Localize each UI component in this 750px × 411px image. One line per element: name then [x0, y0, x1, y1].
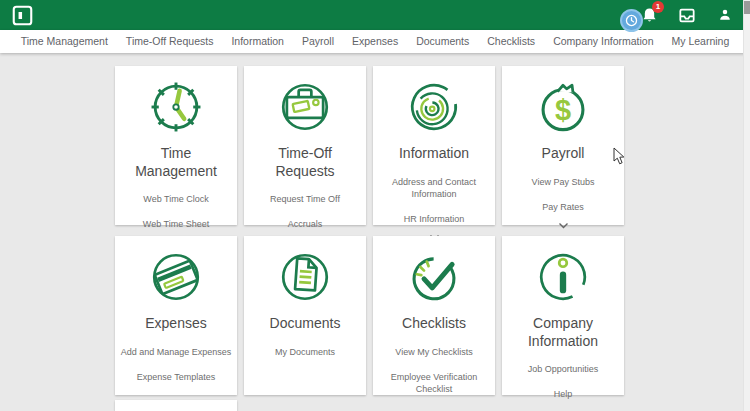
card-link-address-and-contact-information[interactable]: Address and Contact Information [377, 176, 491, 200]
document-icon [276, 248, 334, 306]
card-title: Payroll [542, 145, 585, 163]
inbox-icon[interactable] [678, 6, 696, 24]
card-link-help[interactable]: Help [554, 388, 573, 400]
nav-tab-information[interactable]: Information [222, 30, 293, 53]
clock-dial-icon [147, 78, 205, 136]
card-payroll[interactable]: $PayrollView Pay StubsPay Rates [502, 66, 624, 225]
card-documents[interactable]: DocumentsMy Documents [244, 236, 366, 395]
expand-chevron-icon[interactable] [558, 213, 569, 235]
card-title: Information [399, 145, 469, 163]
paylocity-logo[interactable] [12, 5, 33, 26]
svg-text:$: $ [555, 94, 571, 126]
card-link-job-opportunities[interactable]: Job Opportunities [528, 363, 599, 375]
card-link-pay-rates[interactable]: Pay Rates [542, 201, 584, 213]
card-link-view-my-checklists[interactable]: View My Checklists [395, 346, 472, 358]
clock-icon [625, 14, 638, 27]
nav-tab-time-off-requests[interactable]: Time-Off Requests [117, 30, 223, 53]
card-link-my-documents[interactable]: My Documents [275, 346, 335, 358]
card-link-web-time-sheet[interactable]: Web Time Sheet [143, 218, 209, 230]
money-bag-icon: $ [534, 78, 592, 136]
card-time-off-requests[interactable]: Time-Off RequestsRequest Time OffAccrual… [244, 66, 366, 225]
card-link-view-pay-stubs[interactable]: View Pay Stubs [532, 176, 595, 188]
card-time-management[interactable]: Time ManagementWeb Time ClockWeb Time Sh… [115, 66, 237, 225]
scrollbar-thumb[interactable] [744, 1, 750, 14]
card-link-hr-information[interactable]: HR Information [404, 213, 465, 225]
cards-grid: Time ManagementWeb Time ClockWeb Time Sh… [115, 66, 624, 395]
card-link-expense-templates[interactable]: Expense Templates [137, 371, 215, 383]
card-information[interactable]: InformationAddress and Contact Informati… [373, 66, 495, 225]
card-title: Expenses [145, 315, 206, 333]
person-icon[interactable] [716, 6, 734, 24]
main-nav: Time ManagementTime-Off RequestsInformat… [0, 30, 750, 53]
nav-tab-company-information[interactable]: Company Information [544, 30, 662, 53]
card-title: Checklists [402, 315, 466, 333]
info-letter-icon [534, 248, 592, 306]
card-link-employee-verification-checklist[interactable]: Employee Verification Checklist [377, 371, 491, 395]
card-company-information[interactable]: Company InformationJob OpportunitiesHelp [502, 236, 624, 395]
nav-tab-time-management[interactable]: Time Management [12, 30, 117, 53]
briefcase-icon [276, 78, 334, 136]
check-circle-icon [405, 248, 463, 306]
nav-tabs: Time ManagementTime-Off RequestsInformat… [12, 30, 739, 53]
nav-tab-expenses[interactable]: Expenses [343, 30, 407, 53]
credit-card-icon [147, 248, 205, 306]
scrollbar[interactable] [743, 0, 750, 411]
card-link-web-time-clock[interactable]: Web Time Clock [143, 193, 208, 205]
card-checklists[interactable]: ChecklistsView My ChecklistsEmployee Ver… [373, 236, 495, 395]
card-title: Time Management [119, 145, 233, 180]
nav-tab-checklists[interactable]: Checklists [478, 30, 544, 53]
card-link-add-and-manage-expenses[interactable]: Add and Manage Expenses [121, 346, 232, 358]
card-link-request-time-off[interactable]: Request Time Off [270, 193, 340, 205]
card-link-accruals[interactable]: Accruals [288, 218, 323, 230]
card-title: Company Information [506, 315, 620, 350]
fingerprint-icon [405, 78, 463, 136]
nav-tab-payroll[interactable]: Payroll [293, 30, 343, 53]
partial-card-next-row[interactable] [115, 400, 237, 411]
notification-badge: 1 [652, 1, 664, 13]
card-expenses[interactable]: ExpensesAdd and Manage ExpensesExpense T… [115, 236, 237, 395]
nav-tab-documents[interactable]: Documents [407, 30, 478, 53]
card-title: Time-Off Requests [248, 145, 362, 180]
quick-clock-button[interactable] [620, 9, 643, 32]
card-title: Documents [270, 315, 341, 333]
nav-tab-my-learning[interactable]: My Learning [663, 30, 739, 53]
